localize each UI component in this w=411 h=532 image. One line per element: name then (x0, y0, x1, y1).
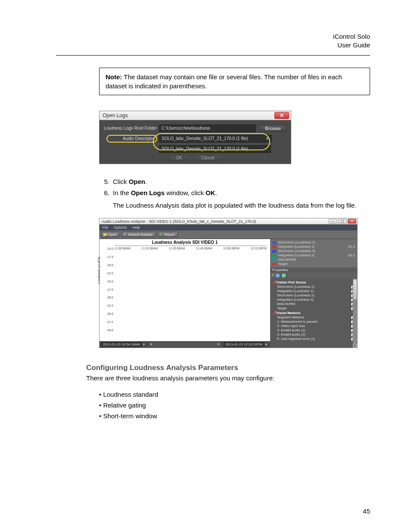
property-row: Short-term (Loudness 1)✓ (273, 285, 355, 289)
close-icon[interactable]: ✕ (274, 112, 289, 119)
open-logs-dialog: Open Logs ✕ Loudness Logs Root Folder C:… (99, 111, 291, 164)
chart-plot-area[interactable] (114, 246, 267, 246)
legend-label: DIALNORM (278, 258, 296, 262)
y-tick: -32.5 (106, 304, 113, 307)
visible-plot-header[interactable]: 📌 Visible Plot Series (273, 280, 355, 284)
legend-row: Integrated (Loudness 1)-32.2 (272, 245, 355, 249)
legend-row: DIALNORM (272, 258, 355, 262)
browse-button[interactable]: Browse (259, 125, 286, 132)
minimize-icon[interactable]: — (329, 219, 337, 224)
bullet-item: Short-term window (99, 411, 370, 421)
audio-descriptor-label: Audio Descriptor (104, 136, 159, 141)
legend-label: Short-term (Loudness 1) (278, 240, 315, 245)
y-tick: -27.5 (106, 288, 113, 291)
note-text: The dataset may contain one file or seve… (106, 73, 342, 90)
time-scrollbar[interactable] (149, 342, 221, 347)
property-label: 2: Video input loss (277, 324, 305, 328)
property-row: Target✓ (273, 306, 355, 311)
legend: Short-term (Loudness 1)Integrated (Loudn… (270, 239, 357, 268)
step-number: 5. (99, 177, 109, 187)
note-label: Note: (106, 73, 122, 81)
view-mode-icon[interactable] (281, 273, 286, 278)
time-bar: 2013-01-23 10:54:18AM ▾ 2013-01-23 12:22… (100, 341, 270, 348)
maximize-icon[interactable]: ▢ (338, 219, 347, 224)
menu-help[interactable]: Help (132, 225, 140, 230)
legend-row: Short-term (Loudness 1) (272, 240, 355, 245)
x-tick: 12:15:00PM (250, 247, 267, 250)
legend-value: -32.2 (347, 253, 355, 258)
dropdown-icon[interactable]: ▾ (142, 342, 146, 346)
legend-label: Integrated (Loudness 2) (278, 253, 314, 258)
note-box: Note: The dataset may contain one file o… (99, 68, 370, 95)
step-subtext: The Loudness Analysis data plot is popul… (113, 201, 370, 211)
step-number: 6. (99, 188, 109, 198)
property-row: 1: Measurement is paused✓ (273, 320, 355, 324)
property-row: Integrated (Loudness 2)✓ (273, 298, 355, 302)
y-tick: -35.0 (106, 312, 113, 315)
legend-label: Integrated (Loudness 1) (278, 245, 314, 249)
property-row: Short-term (Loudness 2)✓ (273, 293, 355, 298)
page-number: 45 (363, 507, 370, 515)
analyzer-window: Audio Loudness Analyzer - SDI VIDEO 1 (S… (99, 218, 358, 348)
property-row: 2: Video input loss✓ (273, 324, 355, 328)
open-logs-title: Open Logs (103, 112, 128, 118)
time-start: 2013-01-23 10:54:18AM (101, 342, 142, 347)
menu-options[interactable]: Options (114, 225, 127, 230)
x-tick: 12:00:00PM (223, 247, 240, 250)
property-row: 3: Invalid audio (1)✓ (273, 328, 355, 333)
y-axis-label: Loudness (LUFS) (97, 256, 101, 283)
audio-descriptor-select[interactable]: SOLO_labc_Densite_SLOT_21_170.0 (1 file)… (159, 135, 272, 143)
close-icon[interactable]: ✕ (348, 219, 356, 224)
x-tick: 11:45:00AM (196, 247, 212, 250)
y-tick: -40.0 (106, 328, 113, 331)
ok-button[interactable]: OK (168, 155, 189, 161)
legend-swatch-icon (272, 254, 276, 257)
legend-value: -32.2 (347, 245, 355, 249)
property-label: 4: Invalid audio (2) (277, 333, 305, 337)
root-folder-input[interactable]: C:\Users\cchew\loudness (159, 124, 256, 132)
bullet-item: Loudness standard (99, 389, 370, 400)
legend-swatch-icon (272, 241, 276, 244)
property-label: 1: Measurement is paused (277, 320, 318, 324)
property-label: Segment Markers (277, 315, 304, 320)
property-label: 5: Last segment error (1) (277, 337, 315, 341)
root-folder-label: Loudness Logs Root Folder (104, 126, 159, 131)
legend-row: Short-term (Loudness 2) (272, 249, 355, 253)
properties-toolbar: ⎙ (270, 272, 357, 279)
view-mode-icon[interactable] (275, 273, 280, 278)
legend-row: Integrated (Loudness 2)-32.2 (272, 253, 355, 258)
property-label: Target (277, 306, 286, 311)
menu-bar: File Options Help (100, 224, 357, 230)
audio-descriptor-option[interactable]: SOLO_labc_Densite_SLOT_21_170.0 (1 file) (159, 145, 271, 153)
visual-markers-header[interactable]: 📌 Visual Markers (273, 311, 355, 315)
menu-file[interactable]: File (102, 225, 109, 230)
dropdown-icon[interactable]: ▾ (264, 342, 268, 346)
step-text: Click Open. (113, 177, 370, 187)
time-end: 2013-01-23 12:22:52PM (224, 342, 264, 347)
report-button[interactable]: Report (158, 232, 178, 237)
step-text: In the Open Logs window, click OK. (113, 188, 370, 198)
property-row: 5: Last segment error (1)✓ (273, 337, 355, 341)
refresh-icon (123, 233, 127, 236)
section-paragraph: There are three loudness analysis parame… (86, 373, 370, 383)
x-tick: 11:30:00AM (169, 247, 185, 250)
legend-row: Target (272, 262, 355, 266)
x-tick: 11:00:00AM (114, 247, 131, 250)
folder-icon (103, 233, 107, 236)
y-tick: -20.0 (106, 263, 113, 266)
cancel-button[interactable]: Cancel (194, 155, 222, 161)
property-label: DIALNORM (277, 302, 295, 306)
property-label: 3: Invalid audio (1) (277, 328, 305, 333)
section-heading: Configuring Loudness Analysis Parameters (86, 364, 370, 372)
property-label: Integrated (Loudness 1) (277, 289, 314, 293)
open-button[interactable]: Open (101, 232, 120, 237)
property-row: DIALNORM✓ (273, 302, 355, 306)
legend-label: Target (278, 262, 287, 266)
chevron-down-icon: ▼ (265, 135, 269, 142)
scrollbar[interactable] (353, 279, 357, 348)
y-tick: -15.0 (106, 247, 113, 250)
check-icon (159, 233, 163, 236)
default-analysis-button[interactable]: Default Analysis (121, 232, 156, 237)
doc-title: User Guide (56, 41, 370, 50)
y-tick: -30.0 (106, 296, 113, 299)
